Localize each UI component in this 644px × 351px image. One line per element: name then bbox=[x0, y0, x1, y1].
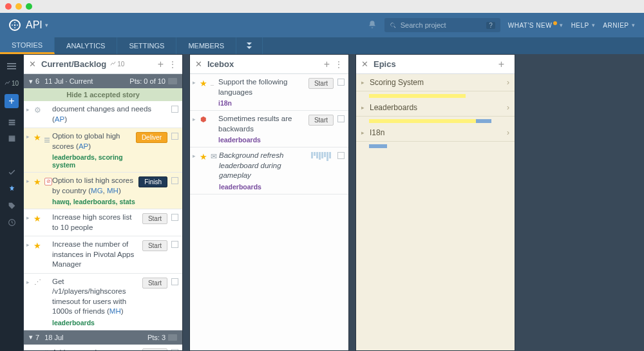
tab-stories[interactable]: STORIES bbox=[0, 37, 55, 54]
select-checkbox[interactable] bbox=[337, 79, 345, 86]
story-row[interactable]: ▸ ★ _ Support the following languages i1… bbox=[190, 74, 348, 111]
help-link[interactable]: HELP▾ bbox=[571, 22, 596, 29]
panel-menu-icon[interactable]: ⋮ bbox=[169, 60, 177, 69]
expand-icon[interactable]: ▸ bbox=[26, 279, 32, 285]
story-row[interactable]: ▸ ★ Increase high scores list to 10 peop… bbox=[24, 209, 182, 236]
tab-collapse-icon[interactable] bbox=[236, 37, 263, 54]
search-input[interactable]: Search project ? bbox=[384, 18, 500, 32]
epic-row[interactable]: ▸ Leaderboards › bbox=[356, 99, 515, 117]
story-labels[interactable]: leaderboards bbox=[219, 183, 311, 191]
unestimated-icon: _ bbox=[211, 79, 218, 86]
expand-icon[interactable]: ▸ bbox=[361, 104, 365, 111]
select-checkbox[interactable] bbox=[171, 214, 178, 221]
select-checkbox[interactable] bbox=[171, 278, 178, 285]
tab-analytics[interactable]: ANALYTICS bbox=[55, 37, 117, 54]
expand-icon[interactable]: ▸ bbox=[26, 106, 32, 113]
story-labels[interactable]: hawq, leaderboards, stats bbox=[52, 198, 136, 205]
close-panel-icon[interactable]: ✕ bbox=[29, 59, 36, 69]
story-row[interactable]: ▸ ⋰ Get /v1/players/highscores timesout … bbox=[24, 274, 182, 330]
iteration-header[interactable]: ▾ 7 18 Jul Pts: 3 bbox=[24, 330, 182, 345]
epic-row[interactable]: ▸ I18n › bbox=[356, 124, 515, 142]
accepted-stories-toggle[interactable]: Hide 1 accepted story bbox=[24, 88, 182, 101]
select-checkbox[interactable] bbox=[171, 106, 178, 113]
add-story-icon[interactable]: + bbox=[158, 59, 164, 70]
story-row[interactable]: ▸ ★ ⊘ Option to list high scores by coun… bbox=[24, 173, 182, 209]
add-epic-icon[interactable]: + bbox=[498, 59, 504, 70]
expand-icon[interactable]: ▸ bbox=[193, 79, 198, 86]
story-row[interactable]: ▸ ⚙ document changes and needs (AP) bbox=[24, 101, 182, 128]
tab-settings[interactable]: SETTINGS bbox=[117, 37, 176, 54]
select-checkbox[interactable] bbox=[171, 241, 178, 248]
tab-members[interactable]: MEMBERS bbox=[176, 37, 236, 54]
deliver-button[interactable]: Deliver bbox=[136, 132, 167, 143]
add-story-icon[interactable]: + bbox=[324, 59, 330, 70]
iteration-chart-icon[interactable] bbox=[168, 334, 177, 341]
start-button[interactable]: Start bbox=[142, 240, 167, 251]
sidebar-labels-icon[interactable] bbox=[0, 197, 23, 214]
story-row[interactable]: ▸ ★ Option to global high scores (AP) le… bbox=[24, 128, 182, 173]
story-row[interactable]: ▸ ★ ✉ Background refresh leaderboard dur… bbox=[190, 147, 348, 194]
sidebar-epics-icon[interactable] bbox=[0, 180, 23, 197]
story-row[interactable]: ▸ ★ ⠿ Add new push notifications (see ta… bbox=[24, 345, 182, 350]
select-checkbox[interactable] bbox=[171, 133, 178, 140]
story-row[interactable]: ▸ ⬢ Sometimes results are backwards lead… bbox=[190, 111, 348, 147]
select-checkbox[interactable] bbox=[337, 115, 345, 122]
story-labels[interactable]: i18n bbox=[218, 99, 306, 107]
sidebar-history-icon[interactable] bbox=[0, 214, 23, 231]
expand-icon[interactable]: ▸ bbox=[193, 116, 198, 122]
expand-icon[interactable]: ▸ bbox=[361, 129, 365, 136]
svg-rect-1 bbox=[14, 22, 15, 23]
blocked-icon: ⊘ bbox=[44, 178, 52, 185]
close-panel-icon[interactable]: ✕ bbox=[361, 59, 368, 69]
window-titlebar bbox=[0, 0, 644, 13]
select-checkbox[interactable] bbox=[171, 349, 178, 350]
expand-icon[interactable]: ▸ bbox=[361, 79, 365, 86]
start-button[interactable]: Start bbox=[142, 278, 167, 289]
open-epic-icon[interactable]: › bbox=[507, 103, 509, 112]
expand-icon[interactable]: ▸ bbox=[26, 133, 32, 140]
start-button[interactable]: Start bbox=[142, 348, 167, 350]
open-epic-icon[interactable]: › bbox=[507, 78, 509, 87]
panel-velocity[interactable]: 10 bbox=[110, 61, 124, 68]
notifications-bell-icon[interactable] bbox=[368, 20, 377, 31]
expand-icon[interactable]: ▸ bbox=[26, 214, 32, 221]
project-name[interactable]: API bbox=[26, 19, 43, 31]
sidebar-box-icon[interactable] bbox=[0, 130, 23, 147]
user-menu[interactable]: ARNIEP▾ bbox=[603, 22, 635, 29]
maximize-window[interactable] bbox=[26, 3, 32, 10]
whats-new-link[interactable]: WHAT'S NEW▾ bbox=[508, 22, 564, 29]
story-labels[interactable]: leaderboards bbox=[218, 136, 306, 144]
estimate-bars[interactable] bbox=[311, 152, 331, 161]
story-labels[interactable]: leaderboards, scoring system bbox=[52, 153, 133, 169]
finish-button[interactable]: Finish bbox=[138, 176, 167, 187]
expand-icon[interactable]: ▸ bbox=[26, 242, 32, 248]
sidebar-velocity[interactable]: 10 bbox=[0, 75, 23, 91]
panel-menu-icon[interactable]: ⋮ bbox=[335, 60, 343, 69]
project-dropdown-caret[interactable]: ▾ bbox=[45, 22, 48, 28]
iteration-header[interactable]: ▾ 6 11 Jul · Current Pts: 0 of 10 bbox=[24, 74, 182, 88]
start-button[interactable]: Start bbox=[308, 78, 334, 89]
sidebar-icebox-icon[interactable] bbox=[0, 147, 23, 164]
epic-row[interactable]: ▸ Scoring System › bbox=[356, 74, 515, 91]
start-button[interactable]: Start bbox=[142, 213, 167, 224]
sidebar-menu-icon[interactable] bbox=[0, 58, 23, 75]
story-labels[interactable]: leaderboards bbox=[52, 319, 140, 327]
story-title: document changes and needs (AP) bbox=[52, 104, 167, 124]
select-checkbox[interactable] bbox=[171, 177, 178, 184]
expand-icon[interactable]: ▸ bbox=[26, 350, 32, 350]
minimize-window[interactable] bbox=[15, 3, 22, 10]
story-row[interactable]: ▸ ★ Increase the number of instances in … bbox=[24, 236, 182, 274]
close-window[interactable] bbox=[5, 3, 12, 10]
sidebar-done-icon[interactable] bbox=[0, 164, 23, 180]
sidebar-my-work-icon[interactable] bbox=[0, 113, 23, 130]
start-button[interactable]: Start bbox=[308, 115, 334, 126]
expand-icon[interactable]: ▸ bbox=[193, 153, 198, 159]
open-epic-icon[interactable]: › bbox=[507, 128, 509, 137]
collapse-icon: ▾ bbox=[29, 77, 33, 86]
iteration-chart-icon[interactable] bbox=[168, 78, 177, 84]
estimate bbox=[44, 133, 52, 142]
add-story-button[interactable]: + bbox=[5, 94, 19, 108]
select-checkbox[interactable] bbox=[337, 152, 345, 159]
close-panel-icon[interactable]: ✕ bbox=[195, 59, 202, 69]
expand-icon[interactable]: ▸ bbox=[26, 178, 32, 184]
